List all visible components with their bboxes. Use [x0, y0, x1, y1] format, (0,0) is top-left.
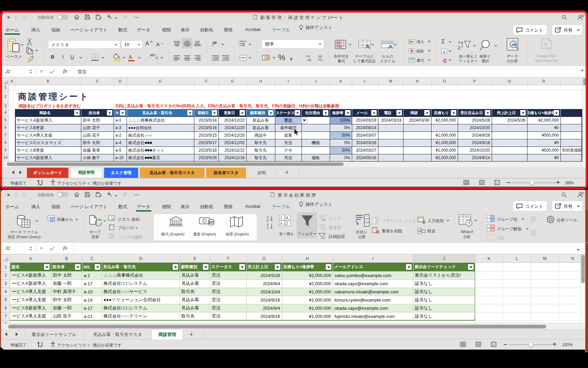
svg-text:A: A — [267, 215, 269, 219]
svg-text:Z: Z — [267, 219, 269, 222]
svg-text:Z: Z — [280, 216, 282, 220]
svg-text:?: ? — [468, 221, 471, 226]
svg-text:Z: Z — [286, 221, 288, 226]
svg-text:Z: Z — [267, 223, 269, 227]
svg-text:A: A — [280, 221, 283, 226]
svg-text:A: A — [286, 216, 289, 220]
svg-text:A: A — [267, 227, 269, 230]
